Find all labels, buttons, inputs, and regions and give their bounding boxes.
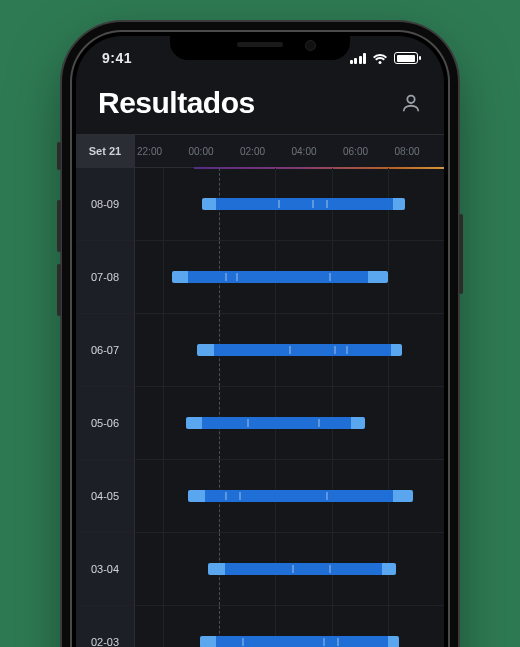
hour-tick: 04:00 bbox=[290, 135, 342, 167]
power-button bbox=[459, 214, 463, 294]
wake-mark bbox=[329, 565, 331, 573]
sleep-track bbox=[135, 387, 444, 459]
deep-sleep-segment bbox=[205, 490, 393, 502]
gridline bbox=[163, 168, 164, 240]
wake-mark bbox=[292, 565, 294, 573]
hour-tick: 22:00 bbox=[135, 135, 187, 167]
sleep-track bbox=[135, 460, 444, 532]
sleep-row[interactable]: 06-07 bbox=[76, 314, 444, 387]
hour-tick: 06:00 bbox=[341, 135, 393, 167]
wake-mark bbox=[242, 638, 244, 646]
sleep-bar[interactable] bbox=[186, 417, 366, 429]
sleep-bar[interactable] bbox=[208, 563, 396, 575]
timeline-scale: 22:0000:0002:0004:0006:0008:00 bbox=[135, 135, 444, 167]
deep-sleep-segment bbox=[188, 271, 368, 283]
sleep-track bbox=[135, 533, 444, 605]
sleep-row-label: 04-05 bbox=[76, 460, 135, 532]
sleep-bar[interactable] bbox=[202, 198, 404, 210]
wake-mark bbox=[239, 492, 241, 500]
gridline bbox=[163, 314, 164, 386]
gridline bbox=[163, 606, 164, 647]
profile-icon[interactable] bbox=[400, 92, 422, 114]
sleep-row[interactable]: 07-08 bbox=[76, 241, 444, 314]
wake-mark bbox=[329, 273, 331, 281]
sleep-row-label: 07-08 bbox=[76, 241, 135, 313]
wake-mark bbox=[236, 273, 238, 281]
sleep-track bbox=[135, 314, 444, 386]
deep-sleep-segment bbox=[225, 563, 382, 575]
phone-frame: 9:41 Resultados bbox=[72, 32, 448, 647]
wake-mark bbox=[318, 419, 320, 427]
wake-mark bbox=[278, 200, 280, 208]
wake-mark bbox=[225, 273, 227, 281]
sleep-row-label: 05-06 bbox=[76, 387, 135, 459]
sleep-track bbox=[135, 241, 444, 313]
phone-notch bbox=[170, 32, 350, 60]
wake-mark bbox=[326, 492, 328, 500]
sleep-rows[interactable]: 08-0907-0806-0705-0604-0503-0402-03 bbox=[76, 168, 444, 647]
wake-mark bbox=[337, 638, 339, 646]
sleep-track bbox=[135, 606, 444, 647]
sleep-row-label: 03-04 bbox=[76, 533, 135, 605]
silence-switch bbox=[57, 142, 61, 170]
cellular-icon bbox=[350, 53, 367, 64]
wake-mark bbox=[247, 419, 249, 427]
volume-down-button bbox=[57, 264, 61, 316]
hour-tick: 08:00 bbox=[393, 135, 445, 167]
svg-point-0 bbox=[407, 96, 414, 103]
screen: 9:41 Resultados bbox=[76, 36, 444, 647]
gridline bbox=[163, 387, 164, 459]
deep-sleep-segment bbox=[216, 198, 393, 210]
wifi-icon bbox=[372, 52, 388, 64]
gridline bbox=[388, 241, 389, 313]
sleep-row[interactable]: 04-05 bbox=[76, 460, 444, 533]
wake-mark bbox=[289, 346, 291, 354]
status-time: 9:41 bbox=[102, 50, 132, 66]
sleep-bar[interactable] bbox=[172, 271, 388, 283]
wake-mark bbox=[225, 492, 227, 500]
hour-tick: 02:00 bbox=[238, 135, 290, 167]
wake-mark bbox=[312, 200, 314, 208]
sleep-row[interactable]: 08-09 bbox=[76, 168, 444, 241]
volume-up-button bbox=[57, 200, 61, 252]
wake-mark bbox=[326, 200, 328, 208]
sleep-track bbox=[135, 168, 444, 240]
sleep-row-label: 06-07 bbox=[76, 314, 135, 386]
wake-mark bbox=[323, 638, 325, 646]
status-icons bbox=[350, 52, 419, 64]
deep-sleep-segment bbox=[214, 344, 391, 356]
sleep-bar[interactable] bbox=[200, 636, 399, 647]
deep-sleep-segment bbox=[202, 417, 351, 429]
timeline-date-label[interactable]: Set 21 bbox=[76, 135, 135, 167]
timeline-header: Set 21 22:0000:0002:0004:0006:0008:00 bbox=[76, 134, 444, 168]
hour-tick: 00:00 bbox=[187, 135, 239, 167]
sleep-row-label: 08-09 bbox=[76, 168, 135, 240]
sleep-row[interactable]: 02-03 bbox=[76, 606, 444, 647]
sleep-bar[interactable] bbox=[188, 490, 413, 502]
sleep-row[interactable]: 03-04 bbox=[76, 533, 444, 606]
battery-icon bbox=[394, 52, 418, 64]
sleep-row[interactable]: 05-06 bbox=[76, 387, 444, 460]
wake-mark bbox=[346, 346, 348, 354]
gridline bbox=[388, 387, 389, 459]
page-title: Resultados bbox=[98, 86, 255, 120]
page-header: Resultados bbox=[76, 80, 444, 134]
wake-mark bbox=[334, 346, 336, 354]
sleep-row-label: 02-03 bbox=[76, 606, 135, 647]
sleep-bar[interactable] bbox=[197, 344, 402, 356]
gridline bbox=[163, 460, 164, 532]
gridline bbox=[163, 533, 164, 605]
gridline bbox=[163, 241, 164, 313]
